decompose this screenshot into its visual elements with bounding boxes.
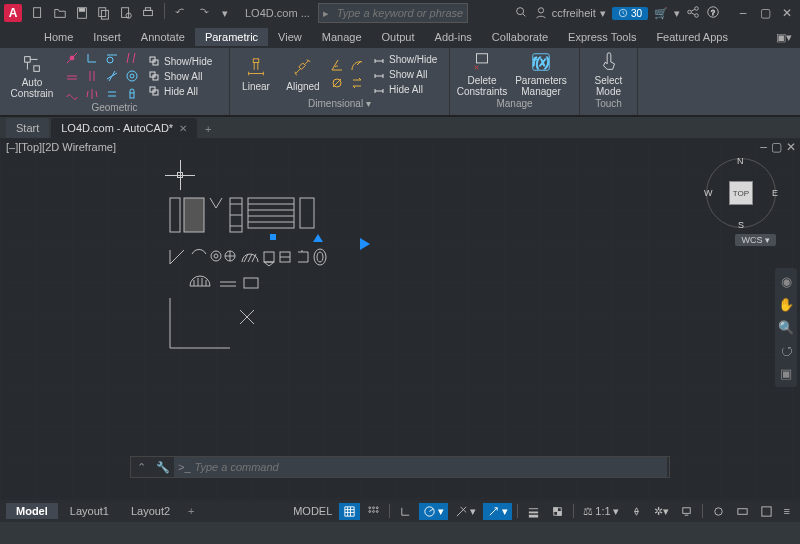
- qat-undo-icon[interactable]: [171, 3, 191, 23]
- annotation-monitor[interactable]: [676, 503, 697, 520]
- tab-collaborate[interactable]: Collaborate: [482, 28, 558, 46]
- vertical-icon[interactable]: [83, 68, 101, 84]
- transparency-toggle[interactable]: [547, 503, 568, 520]
- app-switcher-icon[interactable]: ▾: [674, 7, 680, 20]
- dim-hide-all-button[interactable]: Hide All: [369, 82, 441, 96]
- nav-wheel-icon[interactable]: ◉: [781, 274, 792, 289]
- cart-icon[interactable]: 🛒: [654, 7, 668, 20]
- qat-save-icon[interactable]: [72, 3, 92, 23]
- coincident-icon[interactable]: [63, 50, 81, 66]
- layout-tab-2[interactable]: Layout2: [121, 503, 180, 519]
- compass-s[interactable]: S: [738, 220, 744, 230]
- fix-icon[interactable]: [123, 86, 141, 102]
- hardware-accel-toggle[interactable]: [732, 503, 753, 520]
- tab-parametric[interactable]: Parametric: [195, 28, 268, 46]
- panel-title-dimensional[interactable]: Dimensional ▾: [234, 98, 445, 113]
- compass-n[interactable]: N: [737, 156, 744, 166]
- viewport[interactable]: [–][Top][2D Wireframe] – ▢ ✕ TOP N S E W…: [0, 138, 800, 500]
- dim-show-hide-button[interactable]: Show/Hide: [369, 52, 441, 66]
- wcs-badge[interactable]: WCS ▾: [735, 234, 776, 246]
- qat-dropdown-icon[interactable]: ▾: [215, 3, 235, 23]
- viewcube-face[interactable]: TOP: [729, 181, 753, 205]
- qat-new-icon[interactable]: [28, 3, 48, 23]
- add-tab-button[interactable]: +: [199, 120, 217, 138]
- clean-screen-toggle[interactable]: [756, 503, 777, 520]
- vp-close-icon[interactable]: ✕: [786, 140, 796, 154]
- close-button[interactable]: ✕: [778, 4, 796, 22]
- vp-minimize-icon[interactable]: –: [760, 140, 767, 154]
- doc-tab-start[interactable]: Start: [6, 118, 49, 138]
- panel-menu-icon[interactable]: ▣▾: [776, 31, 792, 44]
- ortho-toggle[interactable]: [395, 503, 416, 520]
- convert-icon[interactable]: [348, 75, 366, 91]
- hide-all-button[interactable]: Hide All: [144, 84, 216, 98]
- horizontal-icon[interactable]: [63, 68, 81, 84]
- minimize-button[interactable]: –: [734, 4, 752, 22]
- share-icon[interactable]: [686, 5, 700, 21]
- qat-plot-icon[interactable]: [138, 3, 158, 23]
- snap-toggle[interactable]: [363, 503, 384, 520]
- select-mode-button[interactable]: Select Mode: [584, 50, 633, 98]
- diameter-icon[interactable]: [328, 75, 346, 91]
- command-line[interactable]: ⌃ 🔧 >_: [130, 456, 670, 478]
- customization-button[interactable]: ≡: [780, 503, 794, 519]
- qat-saveas-icon[interactable]: [94, 3, 114, 23]
- command-input[interactable]: [195, 461, 663, 473]
- grid-toggle[interactable]: [339, 503, 360, 520]
- pan-icon[interactable]: ✋: [778, 297, 794, 312]
- layout-tab-model[interactable]: Model: [6, 503, 58, 519]
- collinear-icon[interactable]: [103, 68, 121, 84]
- orbit-icon[interactable]: ⭯: [780, 343, 793, 358]
- help-icon[interactable]: ?: [706, 5, 720, 21]
- radius-icon[interactable]: [348, 57, 366, 73]
- tab-annotate[interactable]: Annotate: [131, 28, 195, 46]
- qat-open-icon[interactable]: [50, 3, 70, 23]
- search-input[interactable]: [333, 7, 467, 19]
- concentric-icon[interactable]: [123, 68, 141, 84]
- model-space-button[interactable]: MODEL: [289, 503, 336, 519]
- user-menu[interactable]: ccfreiheit ▾: [534, 6, 606, 20]
- vp-maximize-icon[interactable]: ▢: [771, 140, 782, 154]
- aligned-button[interactable]: Aligned: [281, 50, 325, 98]
- parallel-icon[interactable]: [123, 50, 141, 66]
- isodraft-toggle[interactable]: ▾: [451, 503, 480, 520]
- annotation-visibility-toggle[interactable]: [626, 503, 647, 520]
- dim-show-all-button[interactable]: Show All: [369, 67, 441, 81]
- tab-featured[interactable]: Featured Apps: [646, 28, 738, 46]
- parameters-manager-button[interactable]: f(x) Parameters Manager: [513, 50, 569, 98]
- show-all-button[interactable]: Show All: [144, 69, 216, 83]
- polar-toggle[interactable]: ▾: [419, 503, 448, 520]
- equal-icon[interactable]: [103, 86, 121, 102]
- qat-web-icon[interactable]: [116, 3, 136, 23]
- doc-tab-active[interactable]: LO4D.com - AutoCAD*✕: [51, 118, 197, 138]
- show-hide-button[interactable]: Show/Hide: [144, 54, 216, 68]
- search-box[interactable]: ▸: [318, 3, 468, 23]
- trial-badge[interactable]: 30: [612, 7, 648, 20]
- cmd-history-icon[interactable]: ⌃: [131, 461, 152, 474]
- qat-redo-icon[interactable]: [193, 3, 213, 23]
- viewcube[interactable]: TOP N S E W: [706, 158, 776, 228]
- linear-button[interactable]: Linear: [234, 50, 278, 98]
- panel-title-geometric[interactable]: Geometric: [4, 102, 225, 113]
- close-tab-icon[interactable]: ✕: [179, 123, 187, 134]
- lineweight-toggle[interactable]: [523, 503, 544, 520]
- tab-insert[interactable]: Insert: [83, 28, 131, 46]
- annotation-scale[interactable]: ⚖ 1:1▾: [579, 503, 622, 520]
- tab-manage[interactable]: Manage: [312, 28, 372, 46]
- symmetric-icon[interactable]: [83, 86, 101, 102]
- auto-constrain-button[interactable]: Auto Constrain: [4, 52, 60, 100]
- tangent-icon[interactable]: [103, 50, 121, 66]
- cmd-customize-icon[interactable]: 🔧: [152, 461, 174, 474]
- osnap-toggle[interactable]: ▾: [483, 503, 512, 520]
- tab-home[interactable]: Home: [34, 28, 83, 46]
- search-icon[interactable]: [514, 5, 528, 21]
- app-logo[interactable]: A: [4, 4, 22, 22]
- compass-w[interactable]: W: [704, 188, 713, 198]
- compass-e[interactable]: E: [772, 188, 778, 198]
- workspace-switcher[interactable]: ✲▾: [650, 503, 673, 520]
- smooth-icon[interactable]: [63, 86, 81, 102]
- layout-add-button[interactable]: +: [182, 505, 200, 517]
- maximize-button[interactable]: ▢: [756, 4, 774, 22]
- tab-output[interactable]: Output: [372, 28, 425, 46]
- delete-constraints-button[interactable]: Delete Constraints: [454, 50, 510, 98]
